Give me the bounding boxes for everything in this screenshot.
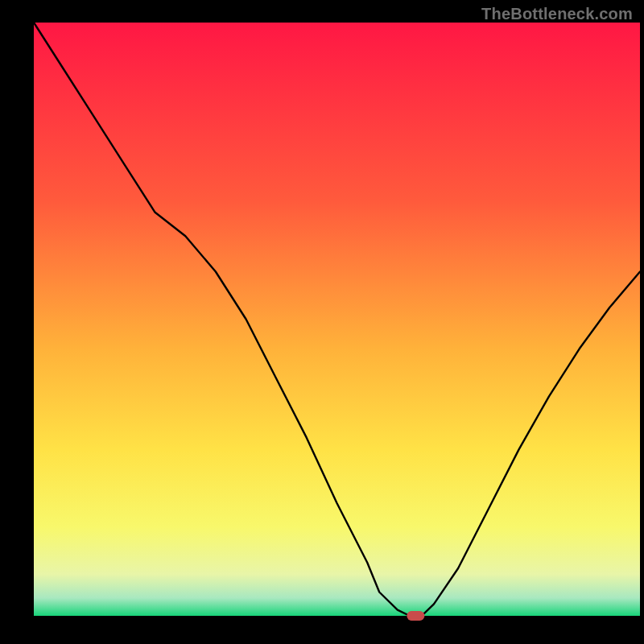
chart-frame: TheBottleneck.com (0, 0, 644, 644)
optimum-marker (407, 611, 424, 621)
plot-background (34, 23, 640, 616)
watermark-text: TheBottleneck.com (481, 5, 633, 23)
bottleneck-chart (0, 0, 644, 644)
